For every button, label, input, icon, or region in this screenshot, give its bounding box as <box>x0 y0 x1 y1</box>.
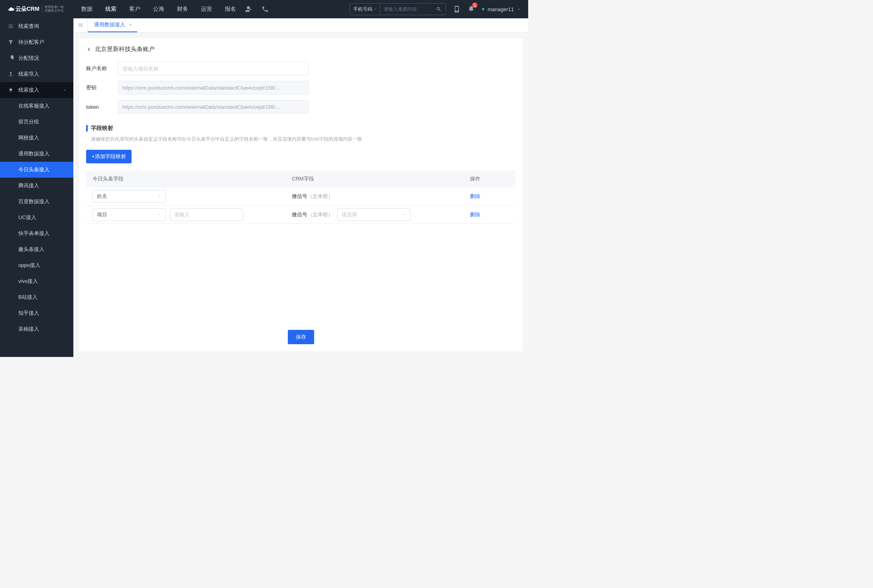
save-button[interactable]: 保存 <box>288 330 314 344</box>
sidebar-sub-item[interactable]: 百度数据接入 <box>0 194 73 210</box>
header: 云朵CRM 教育机构一站 式服务云平台 数据 线索 客户 公海 财务 运营 报名… <box>0 0 528 18</box>
sidebar-sub-item[interactable]: 在线客服接入 <box>0 98 73 114</box>
secret-input[interactable] <box>118 81 309 94</box>
sidebar-item-lead-query[interactable]: 线索查询 <box>0 18 73 34</box>
nav-finance[interactable]: 财务 <box>177 6 188 13</box>
sidebar-sub-item[interactable]: 今日头条接入 <box>0 162 73 178</box>
logo: 云朵CRM 教育机构一站 式服务云平台 <box>0 6 73 13</box>
nav-leads[interactable]: 线索 <box>105 6 116 13</box>
crm-field-label: 微信号（文本框） <box>292 211 333 218</box>
toutiao-field-input[interactable] <box>170 208 243 221</box>
list-icon <box>8 24 14 29</box>
label-name: 账户名称 <box>86 65 118 72</box>
add-mapping-button[interactable]: +添加字段映射 <box>86 150 132 163</box>
sidebar-sub-item[interactable]: 腾讯接入 <box>0 178 73 194</box>
sidebar-sub-item[interactable]: 留言分组 <box>0 114 73 130</box>
user-plus-icon[interactable] <box>245 6 252 13</box>
top-nav: 数据 线索 客户 公海 财务 运营 报名 <box>81 6 236 13</box>
crm-field-label: 微信号（文本框） <box>292 193 333 200</box>
chevron-up-icon <box>63 88 67 92</box>
pie-icon <box>8 55 14 61</box>
user-menu[interactable]: manager11 <box>482 6 521 12</box>
username: manager11 <box>488 6 514 12</box>
notifications-button[interactable]: 5 <box>468 5 475 14</box>
sidebar-sub-item[interactable]: 美柚接入 <box>0 321 73 337</box>
table-header: 今日头条字段 CRM字段 操作 <box>86 171 515 187</box>
sidebar-sub-item[interactable]: oppo接入 <box>0 257 73 273</box>
sidebar-item-assign-status[interactable]: 分配情况 <box>0 50 73 66</box>
close-icon[interactable] <box>128 23 132 27</box>
search-button[interactable] <box>432 6 446 12</box>
logo-subtitle: 教育机构一站 式服务云平台 <box>42 6 64 13</box>
tab-bar: 通用数据接入 <box>73 18 528 33</box>
notif-badge: 5 <box>472 2 478 8</box>
main: 通用数据接入 北京昱新科技头条账户 账户名称 密钥 <box>73 18 528 357</box>
sidebar-sub-item[interactable]: vivo接入 <box>0 273 73 289</box>
sidebar-sub-item[interactable]: 快手表单接入 <box>0 225 73 241</box>
sidebar-sub-item[interactable]: 网校接入 <box>0 130 73 146</box>
content-panel: 北京昱新科技头条账户 账户名称 密钥 token <box>79 38 523 351</box>
tab-active[interactable]: 通用数据接入 <box>88 18 137 32</box>
menu-icon <box>78 22 83 28</box>
label-secret: 密钥 <box>86 84 118 91</box>
funnel-icon <box>8 39 14 45</box>
label-token: token <box>86 104 118 110</box>
sidebar-item-lead-access[interactable]: 线索接入 <box>0 82 73 98</box>
chevron-down-icon <box>374 8 377 11</box>
sidebar-item-import[interactable]: 线索导入 <box>0 66 73 82</box>
sidebar-sub-item[interactable]: 趣头条接入 <box>0 241 73 257</box>
sidebar-sub-item[interactable]: 通用数据接入 <box>0 146 73 162</box>
token-input[interactable] <box>118 100 309 114</box>
nav-data[interactable]: 数据 <box>81 6 92 13</box>
phone-icon[interactable] <box>262 6 269 13</box>
delete-button[interactable]: 删除 <box>470 193 480 200</box>
sidebar-item-unassigned[interactable]: 待分配客户 <box>0 34 73 50</box>
sidebar-sub-item[interactable]: B站接入 <box>0 289 73 305</box>
section-description: 请确保您在此填写的头条自定义字段名称与在今日头条平台中自定义的字段名称一致，并且… <box>86 136 515 143</box>
sidebar-sub-item[interactable]: UC接入 <box>0 210 73 225</box>
delete-button[interactable]: 删除 <box>470 211 480 218</box>
table-row: 项目微信号（文本框）请选择删除 <box>86 206 515 224</box>
chevron-left-icon <box>86 47 92 52</box>
section-bar <box>86 125 88 131</box>
sidebar-sub-item[interactable]: 知乎接入 <box>0 305 73 321</box>
chevron-down-icon <box>157 213 161 217</box>
mobile-icon[interactable] <box>453 6 460 13</box>
section-title: 字段映射 <box>91 125 113 132</box>
plug-icon <box>8 87 14 93</box>
toutiao-field-select[interactable]: 姓名 <box>92 190 166 203</box>
status-dot <box>482 8 484 10</box>
page-title: 北京昱新科技头条账户 <box>95 45 155 53</box>
cloud-icon <box>8 6 14 12</box>
mapping-table: 今日头条字段 CRM字段 操作 姓名微信号（文本框）删除项目微信号（文本框）请选… <box>86 171 515 224</box>
nav-enroll[interactable]: 报名 <box>225 6 236 13</box>
sidebar: 线索查询 待分配客户 分配情况 线索导入 线索接入 在线客服接入 <box>0 18 73 357</box>
chevron-down-icon <box>157 194 161 198</box>
breadcrumb[interactable]: 北京昱新科技头条账户 <box>86 45 515 53</box>
search-box: 手机号码 <box>350 3 446 15</box>
tab-menu-button[interactable] <box>73 18 88 32</box>
nav-sea[interactable]: 公海 <box>153 6 164 13</box>
search-input[interactable] <box>380 6 432 12</box>
nav-ops[interactable]: 运营 <box>201 6 212 13</box>
nav-customer[interactable]: 客户 <box>129 6 140 13</box>
toutiao-field-select[interactable]: 项目 <box>92 208 166 221</box>
account-name-input[interactable] <box>118 62 309 75</box>
search-type-select[interactable]: 手机号码 <box>350 4 380 15</box>
import-icon <box>8 71 14 77</box>
crm-field-select[interactable]: 请选择 <box>337 208 411 221</box>
search-icon <box>436 6 442 12</box>
table-row: 姓名微信号（文本框）删除 <box>86 187 515 206</box>
chevron-down-icon <box>517 7 521 11</box>
chevron-down-icon <box>402 213 406 217</box>
